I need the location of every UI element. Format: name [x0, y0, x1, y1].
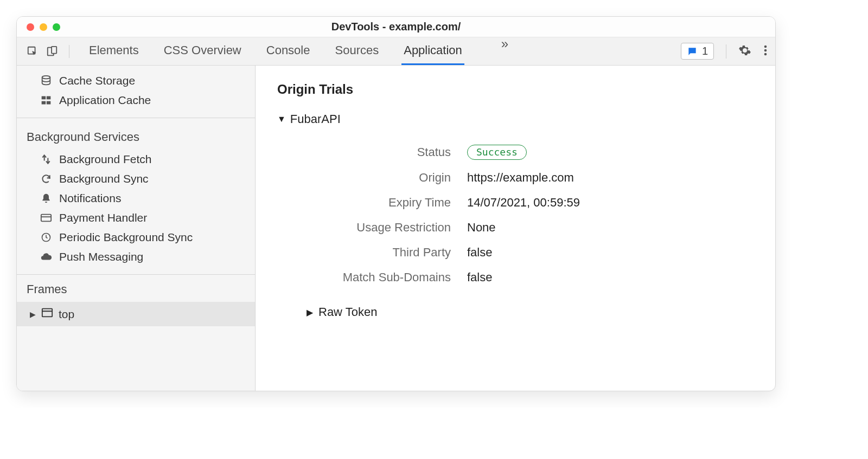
sidebar-item-payment-handler[interactable]: Payment Handler — [17, 208, 255, 228]
issues-count: 1 — [702, 45, 708, 57]
row-status: Status Success — [310, 139, 754, 165]
sidebar-item-label: Cache Storage — [59, 74, 135, 87]
kebab-icon — [763, 44, 768, 57]
more-options-button[interactable] — [763, 44, 768, 59]
inspect-element-icon[interactable] — [24, 43, 41, 60]
sidebar-item-notifications[interactable]: Notifications — [17, 189, 255, 208]
expiry-value: 14/07/2021, 00:59:59 — [467, 196, 580, 210]
sidebar-item-periodic-background-sync[interactable]: Periodic Background Sync — [17, 228, 255, 247]
expiry-label: Expiry Time — [310, 196, 451, 210]
sidebar-item-label: Application Cache — [59, 94, 151, 107]
window-title: DevTools - example.com/ — [17, 21, 775, 33]
message-icon — [687, 46, 698, 57]
tab-console[interactable]: Console — [264, 37, 312, 65]
subdomains-label: Match Sub-Domains — [310, 270, 451, 285]
application-sidebar: Cache Storage Application Cache Backgrou… — [17, 66, 256, 391]
clock-icon — [40, 231, 53, 244]
status-badge: Success — [467, 145, 527, 160]
fetch-icon — [40, 153, 53, 166]
issues-button[interactable]: 1 — [681, 43, 714, 60]
svg-point-3 — [764, 45, 767, 48]
svg-rect-8 — [47, 96, 51, 100]
frame-top[interactable]: ▶ top — [17, 302, 255, 326]
database-icon — [40, 74, 53, 87]
cache-group: Cache Storage Application Cache — [17, 66, 255, 118]
grid-icon — [40, 94, 53, 107]
sidebar-item-label: Payment Handler — [59, 211, 147, 224]
disclosure-right-icon: ▶ — [30, 310, 36, 319]
frames-heading: Frames — [17, 275, 255, 302]
panel-body: Cache Storage Application Cache Backgrou… — [17, 66, 775, 391]
devtools-window: DevTools - example.com/ Elements CSS Ove… — [16, 16, 776, 391]
cloud-icon — [40, 250, 53, 263]
row-expiry: Expiry Time 14/07/2021, 00:59:59 — [310, 190, 754, 215]
card-icon — [40, 211, 53, 224]
svg-rect-11 — [41, 215, 51, 222]
sidebar-item-push-messaging[interactable]: Push Messaging — [17, 247, 255, 267]
sidebar-item-background-sync[interactable]: Background Sync — [17, 169, 255, 189]
raw-token-row[interactable]: ▶ Raw Token — [307, 305, 754, 319]
row-origin: Origin https://example.com — [310, 165, 754, 190]
frames-group: Frames ▶ top — [17, 275, 255, 326]
sidebar-item-label: Background Sync — [59, 172, 149, 185]
sidebar-item-background-fetch[interactable]: Background Fetch — [17, 150, 255, 169]
background-services-group: Background Services Background Fetch Bac… — [17, 118, 255, 275]
bell-icon — [40, 192, 53, 205]
toolbar-separator — [726, 44, 726, 59]
maximize-window-button[interactable] — [53, 23, 60, 31]
trial-details: Status Success Origin https://example.co… — [310, 139, 754, 290]
origin-value: https://example.com — [467, 171, 574, 185]
close-window-button[interactable] — [27, 23, 34, 31]
toolbar-right: 1 — [681, 43, 768, 60]
tab-application[interactable]: Application — [401, 37, 464, 65]
gear-icon — [738, 44, 751, 57]
trial-row[interactable]: ▼ FubarAPI — [277, 112, 754, 126]
window-icon — [41, 307, 53, 321]
sidebar-item-application-cache[interactable]: Application Cache — [17, 90, 255, 110]
tab-elements[interactable]: Elements — [87, 37, 141, 65]
tab-css-overview[interactable]: CSS Overview — [162, 37, 244, 65]
svg-point-6 — [42, 76, 50, 79]
svg-point-5 — [764, 53, 767, 55]
row-third-party: Third Party false — [310, 240, 754, 265]
tab-sources[interactable]: Sources — [333, 37, 381, 65]
minimize-window-button[interactable] — [40, 23, 47, 31]
row-match-subdomains: Match Sub-Domains false — [310, 265, 754, 290]
device-toolbar-icon[interactable] — [44, 43, 60, 60]
svg-rect-14 — [42, 309, 52, 317]
settings-button[interactable] — [738, 44, 751, 59]
toolbar: Elements CSS Overview Console Sources Ap… — [17, 37, 775, 66]
window-controls — [17, 23, 60, 31]
subdomains-value: false — [467, 270, 492, 285]
origin-trials-heading: Origin Trials — [277, 82, 754, 97]
sidebar-item-cache-storage[interactable]: Cache Storage — [17, 71, 255, 90]
origin-label: Origin — [310, 171, 451, 185]
toolbar-separator — [69, 45, 69, 58]
svg-rect-2 — [52, 46, 56, 53]
background-services-heading: Background Services — [17, 124, 255, 150]
sidebar-item-label: Push Messaging — [59, 250, 143, 263]
panel-tabs: Elements CSS Overview Console Sources Ap… — [87, 37, 508, 65]
raw-token-label: Raw Token — [318, 305, 377, 319]
svg-rect-9 — [42, 101, 46, 105]
disclosure-down-icon: ▼ — [277, 114, 286, 124]
svg-rect-7 — [42, 96, 46, 100]
thirdparty-label: Third Party — [310, 245, 451, 260]
svg-rect-10 — [47, 101, 51, 105]
thirdparty-value: false — [467, 245, 492, 260]
tabs-overflow-button[interactable]: » — [501, 37, 508, 65]
disclosure-right-icon: ▶ — [307, 307, 313, 318]
row-usage-restriction: Usage Restriction None — [310, 215, 754, 240]
svg-point-4 — [764, 49, 767, 51]
usage-value: None — [467, 221, 496, 235]
trial-name: FubarAPI — [290, 112, 341, 126]
main-panel: Origin Trials ▼ FubarAPI Status Success … — [256, 66, 775, 391]
sync-icon — [40, 172, 53, 185]
sidebar-item-label: Background Fetch — [59, 153, 151, 166]
usage-label: Usage Restriction — [310, 221, 451, 235]
sidebar-item-label: Notifications — [59, 192, 121, 205]
sidebar-item-label: Periodic Background Sync — [59, 231, 193, 244]
frame-label: top — [59, 308, 74, 321]
status-label: Status — [310, 145, 451, 159]
titlebar: DevTools - example.com/ — [17, 17, 775, 37]
